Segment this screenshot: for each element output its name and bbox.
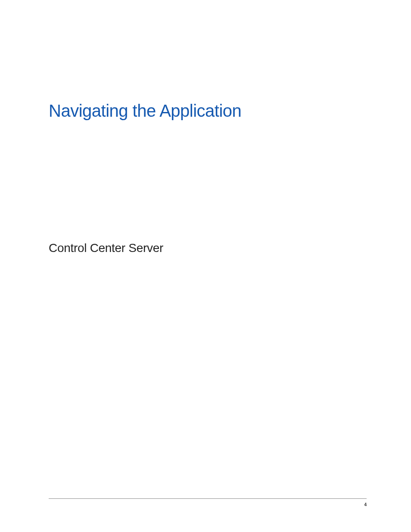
footer-rule <box>49 498 367 499</box>
page-content: Navigating the Application Control Cente… <box>0 0 411 255</box>
section-heading: Control Center Server <box>49 241 368 255</box>
chapter-title: Navigating the Application <box>49 101 368 121</box>
page-number: 4 <box>364 502 367 507</box>
